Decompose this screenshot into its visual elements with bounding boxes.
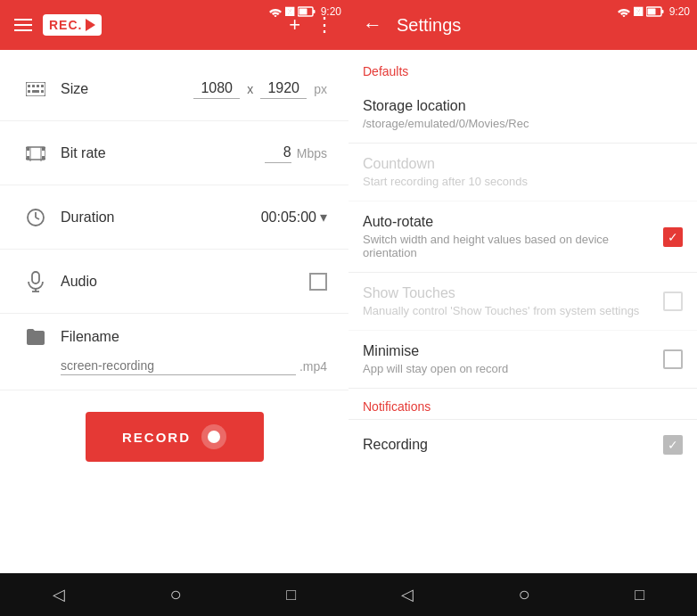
countdown-item: Countdown Start recording after 10 secon… (348, 144, 697, 201)
rec-logo: REC. (43, 14, 102, 36)
keyboard-icon (26, 82, 45, 96)
left-content: Size x px Bit rate (0, 50, 348, 573)
recording-checkbox[interactable]: ✓ (663, 435, 683, 455)
filename-extension: .mp4 (299, 359, 327, 374)
filename-top: Filename (21, 328, 327, 346)
svg-rect-25 (647, 9, 655, 15)
right-nav-bar: ◁ ○ □ (348, 573, 697, 616)
size-icon (21, 82, 50, 96)
minimise-checkbox[interactable] (663, 349, 683, 369)
record-button-container: RECORD (0, 390, 348, 483)
autorotate-subtitle: Switch width and height values based on … (363, 233, 663, 259)
svg-rect-21 (32, 272, 39, 283)
height-input[interactable] (260, 78, 307, 99)
duration-select[interactable]: 00:05:00 ▾ (261, 209, 327, 226)
left-header-left: REC. (14, 14, 102, 36)
storage-item[interactable]: Storage location /storage/emulated/0/Mov… (348, 86, 697, 144)
bitrate-unit: Mbps (297, 146, 327, 160)
svg-rect-3 (26, 82, 45, 96)
left-time: 9:20 (321, 5, 341, 18)
notifications-section-header: Notifications (348, 389, 697, 419)
filename-row: Filename .mp4 (0, 314, 348, 390)
left-panel: 🆇 9:20 REC. + ⋮ (0, 0, 348, 616)
bitrate-label: Bit rate (61, 145, 265, 161)
right-home-nav-button[interactable]: ○ (518, 583, 529, 606)
folder-svg (25, 328, 46, 346)
rec-text: REC. (49, 18, 82, 32)
showtouches-title: Show Touches (363, 285, 663, 301)
svg-rect-8 (28, 90, 30, 93)
width-input[interactable] (193, 78, 240, 99)
right-header: 🆇 9:20 ← Settings (348, 0, 697, 50)
recording-title: Recording (363, 437, 663, 453)
left-nav-bar: ◁ ○ □ (0, 573, 348, 616)
svg-rect-4 (28, 85, 30, 87)
audio-checkbox[interactable] (309, 273, 327, 291)
battery-icon-right (646, 6, 664, 17)
wifi-icon-right (618, 6, 630, 17)
filename-label: Filename (61, 329, 327, 345)
svg-rect-26 (661, 10, 664, 13)
right-time: 9:20 (669, 5, 690, 18)
settings-back-button[interactable]: ← (363, 13, 382, 37)
duration-label: Duration (61, 209, 261, 226)
right-panel: 🆇 9:20 ← Settings Defaults Storage locat… (348, 0, 697, 616)
audio-label: Audio (61, 274, 309, 290)
record-dot (208, 431, 220, 443)
back-nav-button[interactable]: ◁ (53, 585, 65, 604)
bitrate-icon (21, 145, 50, 161)
recording-item[interactable]: Recording ✓ (348, 419, 697, 469)
mic-svg (28, 271, 44, 292)
audio-row: Audio (0, 250, 348, 314)
countdown-subtitle: Start recording after 10 seconds (363, 175, 683, 188)
size-label: Size (61, 81, 193, 97)
autorotate-item[interactable]: Auto-rotate Switch width and height valu… (348, 201, 697, 273)
size-row: Size x px (0, 57, 348, 121)
filename-input-row: .mp4 (21, 357, 327, 375)
duration-row: Duration 00:05:00 ▾ (0, 185, 348, 250)
storage-title: Storage location (363, 98, 683, 114)
checkmark-icon: ✓ (668, 230, 678, 244)
size-unit: px (314, 82, 327, 96)
right-recent-nav-button[interactable]: □ (635, 586, 644, 604)
battery-icon (298, 6, 316, 17)
svg-rect-10 (41, 90, 44, 93)
mic-icon (21, 271, 50, 292)
countdown-title: Countdown (363, 156, 683, 172)
recording-checkmark-icon: ✓ (668, 438, 678, 452)
right-back-nav-button[interactable]: ◁ (401, 585, 414, 604)
signal-icon-right: 🆇 (634, 7, 643, 17)
svg-rect-15 (42, 156, 45, 160)
minimise-item[interactable]: Minimise App will stay open on record (348, 331, 697, 389)
autorotate-checkbox[interactable]: ✓ (663, 227, 683, 247)
duration-dropdown-icon: ▾ (320, 209, 327, 226)
record-button[interactable]: RECORD (86, 412, 264, 462)
svg-rect-1 (299, 9, 307, 15)
storage-subtitle: /storage/emulated/0/Movies/Rec (363, 117, 683, 130)
clock-svg (26, 208, 45, 227)
bitrate-input[interactable] (265, 143, 291, 163)
svg-rect-5 (32, 85, 35, 87)
minimise-title: Minimise (363, 343, 663, 359)
defaults-section-header: Defaults (348, 50, 697, 86)
bitrate-value: Mbps (265, 143, 327, 163)
signal-icon: 🆇 (285, 7, 294, 17)
home-nav-button[interactable]: ○ (169, 583, 181, 606)
filename-input[interactable] (61, 357, 296, 375)
size-inputs: x px (193, 78, 327, 99)
folder-icon (21, 328, 50, 346)
recent-nav-button[interactable]: □ (286, 586, 296, 604)
svg-rect-2 (313, 10, 316, 13)
svg-rect-14 (42, 147, 45, 151)
rec-triangle-icon (86, 19, 95, 31)
hamburger-button[interactable] (14, 19, 32, 31)
autorotate-title: Auto-rotate (363, 214, 663, 230)
svg-line-20 (36, 218, 39, 219)
showtouches-subtitle: Manually control 'Show Touches' from sys… (363, 304, 663, 317)
svg-rect-7 (41, 85, 44, 87)
right-content: Defaults Storage location /storage/emula… (348, 50, 697, 573)
bitrate-row: Bit rate Mbps (0, 121, 348, 185)
record-label: RECORD (122, 430, 191, 445)
showtouches-item: Show Touches Manually control 'Show Touc… (348, 273, 697, 331)
size-x: x (247, 82, 253, 96)
